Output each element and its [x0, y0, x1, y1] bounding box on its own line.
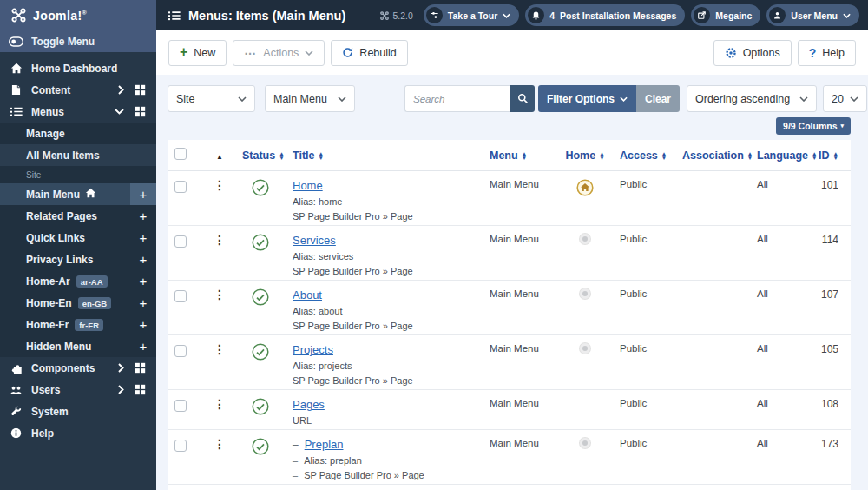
column-header-association[interactable]: Association▲▼	[675, 140, 750, 171]
language-cell: All	[750, 485, 811, 490]
logo-text: Joomla!®	[33, 9, 87, 23]
help-button[interactable]: ? Help	[798, 40, 856, 66]
limit-select[interactable]: 20	[823, 85, 867, 112]
user-menu-button[interactable]: User Menu	[766, 4, 859, 26]
row-checkbox[interactable]	[174, 345, 187, 357]
row-drag-handle-icon[interactable]: ⋮	[214, 178, 226, 192]
status-published-icon[interactable]	[252, 438, 269, 455]
sidebar-item-quick-links[interactable]: Quick Links+	[0, 227, 156, 248]
home-default-icon[interactable]	[576, 179, 594, 196]
title-cell: –Preplan–Alias: preplan–SP Page Builder …	[286, 430, 483, 485]
sidebar-item-menus[interactable]: Menus	[0, 101, 156, 122]
joomla-version: 5.2.0	[380, 10, 412, 21]
sidebar-item-components[interactable]: Components	[0, 357, 156, 379]
type-line: SP Page Builder Pro » Page	[293, 266, 476, 276]
add-menu-item-button[interactable]: +	[130, 227, 156, 248]
column-header-label: Menu	[490, 149, 518, 162]
ordering-select[interactable]: Ordering ascending	[687, 85, 817, 112]
post-installation-messages-button[interactable]: 4 Post Installation Messages	[525, 4, 685, 26]
clear-button[interactable]: Clear	[636, 85, 680, 112]
search-button[interactable]	[510, 85, 535, 112]
sidebar-item-all-menu-items[interactable]: All Menu Items	[0, 144, 156, 166]
access-cell: Public	[613, 430, 675, 485]
column-header-access[interactable]: Access▲▼	[613, 140, 675, 171]
column-header-status[interactable]: Status▲▼	[235, 140, 286, 171]
dashboard-grid-icon[interactable]	[135, 84, 146, 96]
status-published-icon[interactable]	[252, 179, 269, 196]
home-unset-icon[interactable]	[580, 438, 590, 448]
menu-item-title-link[interactable]: Home	[293, 179, 323, 192]
sort-icon: ▲▼	[661, 151, 667, 160]
menu-item-title-link[interactable]: Preplan	[305, 438, 344, 451]
site-preview-button[interactable]: Megainc	[691, 4, 760, 26]
menu-item-title-link[interactable]: Pages	[293, 398, 325, 411]
nesting-dash: –	[293, 470, 298, 480]
sidebar-item-hidden-menu[interactable]: Hidden Menu+	[0, 335, 156, 357]
column-header-home[interactable]: Home▲▼	[557, 140, 613, 171]
sidebar-item-home-en[interactable]: Home-Enen-GB+	[0, 292, 156, 314]
column-header-title[interactable]: Title▲▼	[286, 140, 483, 171]
column-header-menu[interactable]: Menu▲▼	[483, 140, 557, 171]
sidebar-item-help[interactable]: Help	[0, 422, 156, 444]
menu-item-title-link[interactable]: Projects	[293, 343, 333, 356]
row-drag-handle-icon[interactable]: ⋮	[214, 437, 226, 451]
take-a-tour-button[interactable]: Take a Tour	[424, 4, 519, 26]
access-cell: Public	[613, 485, 675, 490]
options-button[interactable]: Options	[713, 40, 792, 66]
status-published-icon[interactable]	[252, 343, 269, 361]
status-published-icon[interactable]	[252, 398, 269, 415]
row-checkbox[interactable]	[174, 440, 187, 452]
new-button[interactable]: + New	[168, 40, 227, 66]
add-menu-item-button[interactable]: +	[130, 335, 156, 357]
row-drag-handle-icon[interactable]: ⋮	[214, 342, 226, 356]
row-drag-handle-icon[interactable]: ⋮	[214, 233, 226, 247]
column-header-language[interactable]: Language▲▼	[750, 140, 811, 171]
select-all-checkbox[interactable]	[174, 148, 187, 160]
sidebar-item-users[interactable]: Users	[0, 379, 156, 401]
dashboard-grid-icon[interactable]	[135, 362, 146, 374]
ordering-column-header[interactable]: ▲	[204, 140, 235, 171]
sidebar-item-main-menu[interactable]: Main Menu+	[0, 183, 156, 205]
row-drag-handle-icon[interactable]: ⋮	[214, 397, 226, 411]
rebuild-button[interactable]: Rebuild	[331, 40, 407, 66]
home-unset-icon[interactable]	[580, 234, 590, 244]
search-input[interactable]	[404, 85, 510, 112]
association-cell	[675, 430, 750, 485]
sidebar-item-home-ar[interactable]: Home-Arar-AA+	[0, 270, 156, 292]
site-filter-select[interactable]: Site	[168, 85, 255, 112]
joomla-logo[interactable]: Joomla!®	[0, 0, 156, 30]
add-menu-item-button[interactable]: +	[130, 248, 156, 270]
add-menu-item-button[interactable]: +	[130, 314, 156, 335]
add-menu-item-button[interactable]: +	[130, 183, 156, 205]
row-checkbox[interactable]	[174, 400, 187, 412]
add-menu-item-button[interactable]: +	[130, 292, 156, 314]
sidebar-item-home-dashboard[interactable]: Home Dashboard	[0, 57, 156, 79]
sidebar-item-toggle-menu[interactable]: Toggle Menu	[0, 30, 156, 52]
sidebar-item-related-pages[interactable]: Related Pages+	[0, 205, 156, 227]
home-unset-icon[interactable]	[580, 343, 590, 354]
sidebar-item-system[interactable]: System	[0, 401, 156, 422]
menu-filter-select[interactable]: Main Menu	[265, 85, 355, 112]
dashboard-grid-icon[interactable]	[135, 106, 146, 117]
sidebar-item-label: Home-Frfr-FR	[26, 319, 112, 331]
filter-options-button[interactable]: Filter Options	[538, 85, 636, 112]
add-menu-item-button[interactable]: +	[130, 270, 156, 292]
columns-toggle-button[interactable]: 9/9 Columns ▾	[776, 117, 851, 135]
sidebar-item-privacy-links[interactable]: Privacy Links+	[0, 248, 156, 270]
dashboard-grid-icon[interactable]	[135, 384, 146, 395]
menu-item-title-link[interactable]: Services	[293, 234, 336, 247]
sidebar-item-manage[interactable]: Manage	[0, 122, 156, 144]
row-checkbox[interactable]	[174, 181, 187, 193]
sidebar-item-content[interactable]: Content	[0, 79, 156, 101]
row-checkbox[interactable]	[174, 235, 187, 248]
add-menu-item-button[interactable]: +	[130, 205, 156, 227]
actions-button[interactable]: ⋯ Actions	[233, 40, 325, 66]
sidebar-item-home-fr[interactable]: Home-Frfr-FR+	[0, 314, 156, 335]
status-published-icon[interactable]	[252, 288, 269, 306]
menu-item-title-link[interactable]: About	[293, 288, 322, 301]
row-drag-handle-icon[interactable]: ⋮	[214, 288, 226, 301]
status-published-icon[interactable]	[252, 234, 269, 251]
home-unset-icon[interactable]	[580, 288, 590, 299]
menu-cell: Main Menu	[483, 430, 557, 485]
row-checkbox[interactable]	[174, 290, 187, 302]
